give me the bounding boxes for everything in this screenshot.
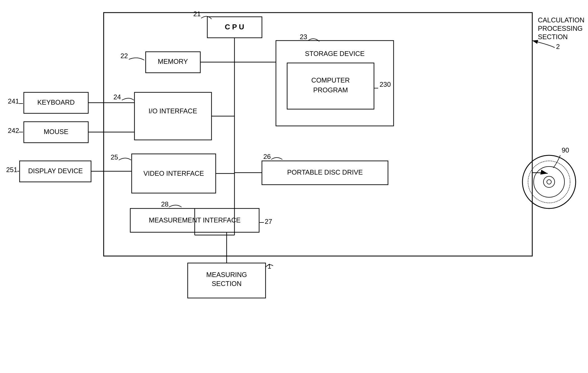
svg-text:PROGRAM: PROGRAM [313,86,348,94]
svg-text:24: 24 [113,93,121,101]
svg-text:CALCULATION: CALCULATION [538,16,584,24]
svg-text:90: 90 [562,146,569,154]
svg-text:1: 1 [268,262,271,270]
svg-text:I/O INTERFACE: I/O INTERFACE [148,107,197,115]
svg-text:STORAGE DEVICE: STORAGE DEVICE [305,50,365,57]
svg-text:2: 2 [556,43,560,50]
svg-text:KEYBOARD: KEYBOARD [37,98,75,106]
svg-text:C P U: C P U [225,23,244,31]
svg-text:PROCESSING: PROCESSING [538,25,583,32]
svg-text:COMPUTER: COMPUTER [311,76,350,84]
svg-text:251: 251 [6,166,17,173]
svg-text:26: 26 [263,153,271,160]
svg-text:SECTION: SECTION [212,280,242,287]
svg-text:28: 28 [161,200,169,208]
svg-text:21: 21 [193,10,201,18]
svg-point-57 [534,166,564,197]
svg-text:MOUSE: MOUSE [44,128,68,135]
svg-point-56 [522,155,576,208]
svg-text:22: 22 [120,52,128,60]
svg-text:DISPLAY DEVICE: DISPLAY DEVICE [28,167,83,175]
svg-rect-14 [134,92,212,140]
svg-text:PORTABLE DISC DRIVE: PORTABLE DISC DRIVE [287,168,363,176]
svg-text:MEASURING: MEASURING [206,271,247,278]
svg-text:230: 230 [380,81,391,88]
svg-text:MEMORY: MEMORY [158,58,188,65]
svg-point-59 [547,180,551,184]
svg-text:SECTION: SECTION [538,33,568,41]
svg-text:27: 27 [265,218,272,225]
svg-text:23: 23 [300,33,307,41]
svg-text:242: 242 [8,127,19,134]
svg-text:25: 25 [111,153,118,161]
svg-point-60 [528,161,570,203]
svg-text:241: 241 [8,97,19,105]
diagram: C P U 21 MEMORY 22 STORAGE DEVICE 23 COM… [0,0,588,373]
diagram-svg: C P U 21 MEMORY 22 STORAGE DEVICE 23 COM… [0,0,588,373]
svg-point-58 [543,176,555,187]
svg-text:VIDEO INTERFACE: VIDEO INTERFACE [143,170,204,177]
